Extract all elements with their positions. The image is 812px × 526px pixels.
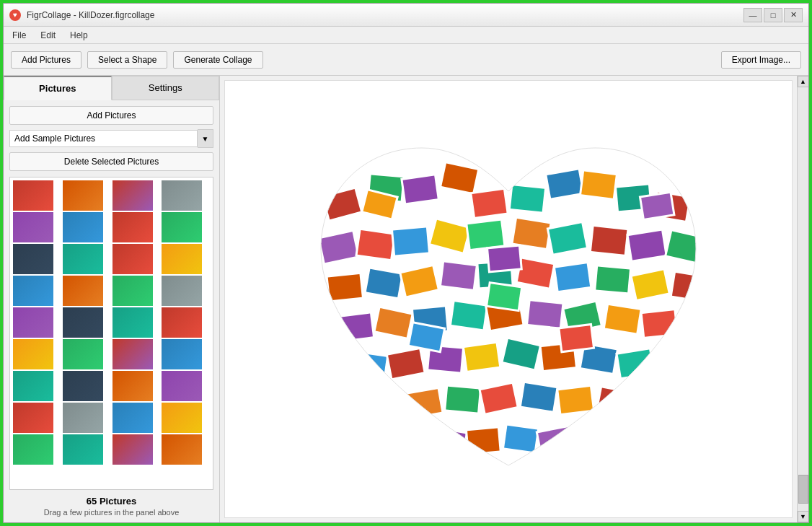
scroll-thumb[interactable] [798,475,808,504]
select-shape-button[interactable]: Select a Shape [87,51,167,69]
thumbnail[interactable] [63,276,103,306]
window-title: FigrCollage - KillDozer.figrcollage [27,10,743,20]
thumbnail[interactable] [162,371,202,401]
svg-rect-71 [605,304,640,332]
canvas-scrollbar[interactable]: ▲ ▼ [797,76,808,522]
sample-dropdown-row: Add Sample Pictures ▼ [9,129,213,148]
svg-rect-123 [544,463,576,488]
export-image-button[interactable]: Export Image... [721,51,801,69]
svg-rect-131 [641,193,673,218]
thumbnail[interactable] [112,434,153,465]
scroll-up-arrow[interactable]: ▲ [798,76,809,87]
thumbnail[interactable] [13,434,53,465]
thumbnail[interactable] [112,212,153,242]
thumbnail[interactable] [63,180,103,211]
thumbnail[interactable] [162,244,202,274]
thumbnail[interactable] [112,276,153,306]
thumbnail[interactable] [63,371,103,401]
pictures-grid[interactable] [9,177,213,490]
scroll-down-arrow[interactable]: ▼ [798,511,809,522]
thumbnail[interactable] [162,403,202,433]
tab-settings[interactable]: Settings [112,76,220,100]
svg-rect-75 [352,352,387,380]
add-pictures-toolbar-button[interactable]: Add Pictures [11,51,81,69]
thumbnail[interactable] [63,403,103,433]
thumbnail[interactable] [112,339,153,369]
thumbnail[interactable] [63,212,103,242]
thumbnail[interactable] [162,434,202,465]
svg-rect-106 [431,426,467,457]
svg-rect-57 [338,313,373,340]
tab-pictures[interactable]: Pictures [4,76,112,100]
thumbnail[interactable] [112,244,153,274]
menu-edit[interactable]: Edit [37,29,58,42]
thumbnail[interactable] [162,339,202,369]
svg-rect-117 [439,466,471,491]
menu-help[interactable]: Help [67,29,91,42]
svg-rect-91 [371,393,405,419]
svg-rect-43 [441,262,476,289]
thumbnail[interactable] [162,212,202,242]
svg-rect-5 [403,175,438,203]
panel-footer: 65 Pictures Drag a few pictures in the p… [4,490,219,522]
thumbnail[interactable] [13,307,53,338]
thumbnail[interactable] [112,180,153,211]
svg-rect-33 [629,230,666,260]
scroll-track[interactable] [798,87,808,511]
svg-rect-99 [521,383,556,411]
svg-rect-135 [560,325,593,351]
window-controls: — □ ✕ [743,8,803,22]
thumbnail[interactable] [63,339,103,369]
thumbnail[interactable] [63,244,103,274]
svg-rect-31 [591,227,627,255]
close-button[interactable]: ✕ [784,8,803,22]
toolbar: Add Pictures Select a Shape Generate Col… [4,44,808,76]
svg-rect-37 [328,273,362,299]
generate-collage-button[interactable]: Generate Collage [173,51,262,69]
thumbnail[interactable] [13,403,53,433]
thumbnail[interactable] [13,212,53,242]
svg-rect-139 [488,246,520,271]
pictures-hint: Drag a few pictures in the panel above [9,508,213,517]
svg-rect-11 [581,171,616,198]
svg-rect-49 [555,263,590,291]
svg-rect-104 [394,431,430,460]
add-pictures-panel-button[interactable]: Add Pictures [9,106,213,125]
menu-bar: File Edit Help [4,27,808,44]
menu-file[interactable]: File [9,29,29,42]
svg-rect-125 [472,189,506,216]
svg-rect-127 [511,185,544,211]
thumbnail[interactable] [63,434,103,465]
svg-rect-115 [576,429,609,455]
minimize-button[interactable]: — [743,8,762,22]
svg-rect-73 [643,310,676,336]
heart-collage-svg [263,90,754,509]
dropdown-arrow-icon[interactable]: ▼ [198,129,213,148]
sample-pictures-dropdown[interactable]: Add Sample Pictures [9,130,198,147]
thumbnail[interactable] [162,180,202,211]
thumbnail[interactable] [162,276,202,306]
thumbnail[interactable] [13,244,53,274]
thumbnail[interactable] [13,180,53,211]
thumbnail[interactable] [13,371,53,401]
thumbnail[interactable] [112,307,153,338]
thumbnail[interactable] [162,307,202,338]
svg-rect-118 [474,462,508,489]
svg-rect-103 [598,387,633,416]
svg-rect-105 [395,432,428,459]
thumbnail[interactable] [63,307,103,338]
app-icon: ♥ [9,9,21,21]
pictures-count: 65 Pictures [9,496,213,507]
delete-selected-button[interactable]: Delete Selected Pictures [9,152,213,171]
maximize-button[interactable]: □ [764,8,782,22]
svg-rect-121 [509,463,539,486]
main-canvas [224,80,793,518]
svg-rect-63 [451,302,486,329]
grid-inner [10,177,213,468]
thumbnail[interactable] [112,403,153,433]
left-panel: Pictures Settings Add Pictures Add Sampl… [4,76,220,522]
thumbnail[interactable] [112,371,153,401]
svg-rect-101 [558,386,593,413]
thumbnail[interactable] [13,339,53,369]
thumbnail[interactable] [13,276,53,306]
